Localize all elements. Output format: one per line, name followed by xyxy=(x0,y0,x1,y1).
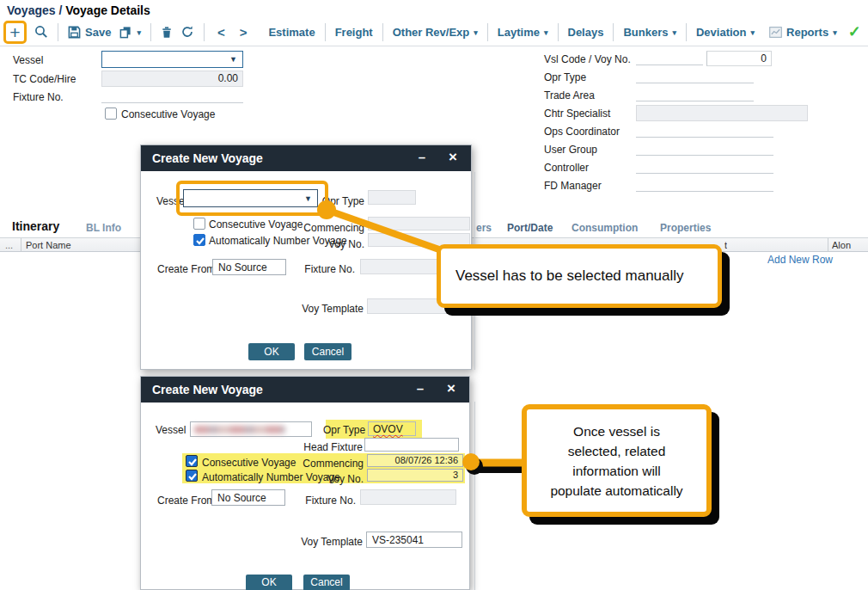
vessel-field-redacted[interactable] xyxy=(190,421,312,437)
toolbar-separator xyxy=(686,23,687,41)
tab-port-date[interactable]: Port/Date xyxy=(507,222,553,234)
head-fixture-field[interactable] xyxy=(364,438,459,452)
scrollbar[interactable] xyxy=(474,402,475,590)
trade-area-label: Trade Area xyxy=(544,89,595,101)
check-icon xyxy=(195,236,205,246)
column-partial: t xyxy=(724,240,727,250)
controller-field[interactable] xyxy=(636,159,773,174)
toolbar-separator xyxy=(487,23,488,41)
cancel-button[interactable]: Cancel xyxy=(303,575,350,590)
voy-no-label: Voy No. xyxy=(302,238,364,250)
previous-voyage-button[interactable]: < xyxy=(214,25,229,40)
delays-button[interactable]: Delays xyxy=(568,26,604,39)
tab-bunkers-partial[interactable]: ers xyxy=(476,222,492,234)
laytime-label: Laytime xyxy=(498,26,540,39)
opr-type-field[interactable]: OVOV xyxy=(368,421,416,436)
ops-coordinator-label: Ops Coordinator xyxy=(544,126,620,138)
add-new-row-link[interactable]: Add New Row xyxy=(767,254,833,266)
chtr-specialist-field[interactable] xyxy=(636,105,808,121)
ops-coordinator-field[interactable] xyxy=(636,123,773,138)
column-divider xyxy=(828,238,828,252)
ok-button[interactable]: OK xyxy=(248,343,295,360)
tab-consumption[interactable]: Consumption xyxy=(572,222,638,234)
callout-line: information will xyxy=(572,461,661,481)
tab-properties[interactable]: Properties xyxy=(660,222,711,234)
controller-label: Controller xyxy=(544,162,589,174)
column-alongside-partial: Alon xyxy=(832,240,866,250)
dialog-title-bar: Create New Voyage – × xyxy=(141,145,471,171)
user-group-field[interactable] xyxy=(636,141,773,156)
fixture-no-label: Fixture No. xyxy=(293,263,355,275)
validated-check-icon: ✓ xyxy=(848,22,861,41)
tab-bl-info[interactable]: BL Info xyxy=(86,222,121,234)
tab-itinerary[interactable]: Itinerary xyxy=(12,219,59,233)
refresh-icon[interactable] xyxy=(180,25,194,39)
chart-icon xyxy=(769,27,782,38)
auto-number-voyage-checkbox[interactable] xyxy=(186,470,198,482)
deviation-menu[interactable]: Deviation ▾ xyxy=(696,26,755,39)
reports-label: Reports xyxy=(786,26,828,39)
minimize-icon[interactable]: – xyxy=(411,377,430,401)
ok-button[interactable]: OK xyxy=(246,575,292,590)
minimize-icon[interactable]: – xyxy=(413,145,431,169)
save-button[interactable]: Save xyxy=(68,26,111,39)
fd-manager-field[interactable] xyxy=(636,177,773,192)
consecutive-voyage-checkbox[interactable] xyxy=(105,108,117,120)
new-voyage-highlight-box[interactable]: + xyxy=(3,21,27,44)
vessel-label: Vessel xyxy=(13,54,43,66)
close-icon[interactable]: × xyxy=(443,145,462,169)
close-icon[interactable]: × xyxy=(442,377,461,401)
fixture-no-field[interactable] xyxy=(101,89,243,103)
copy-voyage-button[interactable]: ▾ xyxy=(119,26,141,39)
opr-type-field[interactable] xyxy=(368,190,416,205)
voy-template-label: Voy Template xyxy=(289,536,363,548)
opr-type-field[interactable] xyxy=(636,69,754,83)
tc-code-hire-label: TC Code/Hire xyxy=(13,73,76,85)
voy-no-label: Voy No. xyxy=(286,473,364,485)
breadcrumb-voyages-link[interactable]: Voyages / xyxy=(7,3,62,17)
toolbar-separator xyxy=(58,23,58,41)
save-label: Save xyxy=(85,26,111,39)
commencing-field[interactable] xyxy=(368,217,470,230)
delete-icon[interactable] xyxy=(161,26,173,39)
vsl-code-field[interactable] xyxy=(636,51,703,65)
trade-area-field[interactable] xyxy=(636,87,754,101)
plus-icon[interactable]: + xyxy=(9,23,20,41)
laytime-menu[interactable]: Laytime ▾ xyxy=(498,26,548,39)
fixture-no-field[interactable] xyxy=(360,489,456,505)
create-new-voyage-dialog-1: Create New Voyage – × Vessel ▼ Opr Type … xyxy=(140,144,472,370)
consecutive-voyage-label: Consecutive Voyage xyxy=(121,108,215,120)
chevron-down-icon: ▾ xyxy=(474,28,478,37)
create-from-select[interactable]: No Source xyxy=(211,489,285,506)
estimate-button[interactable]: Estimate xyxy=(268,26,315,39)
voy-no-field[interactable]: 0 xyxy=(706,51,772,66)
consecutive-voyage-checkbox[interactable] xyxy=(186,455,198,467)
next-voyage-button[interactable]: > xyxy=(236,25,251,40)
create-from-select[interactable]: No Source xyxy=(212,259,286,275)
voy-template-field[interactable]: VS-235041 xyxy=(366,532,462,548)
dialog-title: Create New Voyage xyxy=(152,151,263,165)
reports-menu[interactable]: Reports ▾ xyxy=(769,26,837,39)
vessel-dropdown[interactable]: ▼ xyxy=(101,51,243,68)
bunkers-menu[interactable]: Bunkers ▾ xyxy=(623,26,676,39)
opr-type-label: Opr Type xyxy=(302,195,364,207)
create-from-label: Create From xyxy=(157,495,215,507)
copy-icon xyxy=(119,26,132,39)
fd-manager-label: FD Manager xyxy=(544,180,602,192)
chevron-down-icon: ▾ xyxy=(137,28,141,37)
toolbar-divider xyxy=(0,46,868,46)
commencing-field[interactable]: 08/07/26 12:36 xyxy=(367,454,463,467)
other-rev-exp-menu[interactable]: Other Rev/Exp ▾ xyxy=(393,26,478,39)
search-icon[interactable] xyxy=(34,25,48,39)
freight-button[interactable]: Freight xyxy=(335,26,373,39)
column-port-name: Port Name xyxy=(26,240,71,250)
cancel-button[interactable]: Cancel xyxy=(304,343,351,360)
callout-line: selected, related xyxy=(568,441,666,461)
create-new-voyage-dialog-2: Create New Voyage – × Vessel Opr Type OV… xyxy=(140,376,470,590)
vessel-dropdown[interactable]: ▼ xyxy=(183,189,318,207)
voy-no-field[interactable]: 3 xyxy=(367,469,463,482)
tc-code-hire-field[interactable]: 0.00 xyxy=(101,71,243,87)
consecutive-voyage-checkbox[interactable] xyxy=(193,218,205,230)
dropdown-caret-icon: ▼ xyxy=(229,56,237,64)
auto-number-voyage-checkbox[interactable] xyxy=(193,234,205,246)
